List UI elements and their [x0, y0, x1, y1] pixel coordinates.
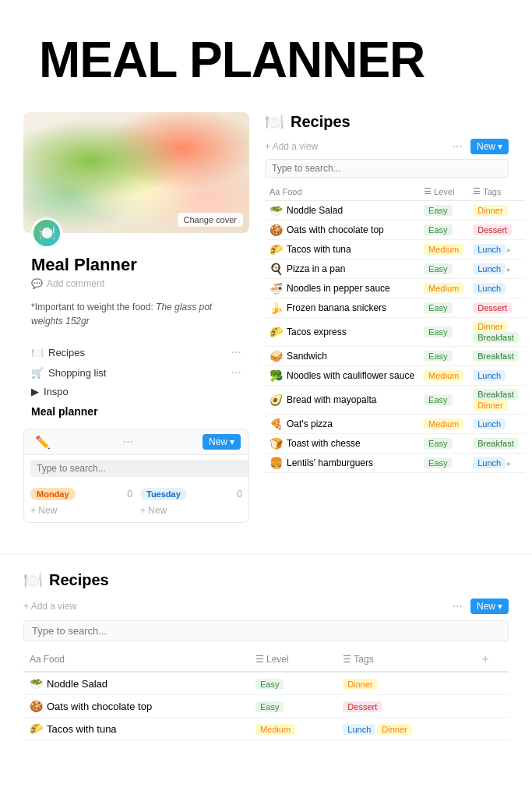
more-indicator[interactable]: ▸ [507, 245, 511, 254]
bottom-recipes-icon: 🍽️ [23, 570, 43, 589]
table-row[interactable]: 🍳 Pizza in a pan Easy Lunch▸ [265, 260, 525, 279]
food-cell: 🥗 Noddle Salad [265, 201, 419, 221]
food-emoji: 🍞 [270, 437, 283, 450]
monday-add-new[interactable]: + New [30, 505, 132, 516]
food-name: Tacos with tuna [47, 723, 117, 735]
food-cell: 🍔 Lentils' hamburguers [265, 454, 419, 473]
tags-cell: Dinner [336, 672, 475, 695]
table-row[interactable]: 🥦 Noodles with cauliflower sauce Medium … [265, 366, 525, 386]
mini-table-new-btn-group: New ▾ [203, 434, 241, 450]
bottom-recipes-new-button[interactable]: New ▾ [470, 598, 509, 614]
table-row[interactable]: 🥗 Noddle Salad Easy Dinner [23, 672, 509, 695]
cover-image: Change cover [23, 112, 249, 233]
tags-cell: BreakfastDinner [468, 386, 524, 415]
table-row[interactable]: 🥑 Bread with mayopalta Easy BreakfastDin… [265, 386, 525, 415]
food-emoji: 🌮 [30, 722, 43, 735]
food-emoji: 🥗 [30, 677, 43, 690]
food-name: Tacos express [287, 327, 347, 337]
tag-badge: Lunch [343, 724, 375, 735]
food-name: Oats with chocolate top [287, 224, 384, 235]
food-cell: 🥪 Sandwich [265, 347, 419, 366]
workspace-name: Meal Planner [23, 255, 249, 275]
table-row[interactable]: 🍪 Oats with chocolate top Easy Dessert [23, 695, 509, 718]
table-row[interactable]: 🍞 Toast with chesse Easy Breakfast [265, 434, 525, 454]
tag-badge: Breakfast [473, 438, 518, 449]
sidebar-item-shopping-list[interactable]: 🛒 Shopping list ··· [23, 362, 249, 383]
bottom-section: 🍽️ Recipes + Add a view ··· New ▾ Aa Foo… [0, 554, 532, 756]
food-name: Pizza in a pan [287, 263, 345, 274]
bottom-add-view-button[interactable]: + Add a view [23, 601, 76, 612]
more-indicator[interactable]: ▸ [507, 265, 511, 274]
recipes-search-input[interactable] [265, 159, 509, 178]
bottom-col-header-tags: ☰ Tags [336, 648, 475, 672]
tuesday-add-new[interactable]: + New [140, 505, 242, 516]
table-row[interactable]: 🍔 Lentils' hamburguers Easy Lunch▸ [265, 454, 525, 473]
food-emoji: 🍳 [270, 263, 283, 275]
recipes-new-button[interactable]: New ▾ [470, 139, 509, 154]
table-row[interactable]: 🍕 Oat's pizza Medium Lunch [265, 415, 525, 434]
add-view-button[interactable]: + Add a view [265, 141, 318, 152]
food-name: Sandwich [287, 351, 327, 362]
tags-cell: Dessert [468, 298, 524, 318]
more-indicator[interactable]: ▸ [507, 459, 511, 468]
page-note: *Important to weight the food: The glass… [23, 292, 249, 336]
mini-table-edit-icon[interactable]: ✏️ [32, 435, 54, 450]
level-cell: Medium [419, 366, 468, 386]
tags-cell: Dinner [468, 201, 524, 221]
chevron-down-icon: ▾ [230, 436, 234, 447]
mini-table-dots[interactable]: ··· [120, 435, 136, 449]
table-row[interactable]: 🍌 Frozen banana snickers Easy Dessert [265, 298, 525, 318]
tags-cell: DinnerBreakfast [468, 318, 524, 347]
tag-badge: Dessert [473, 224, 512, 235]
level-cell: Easy [419, 260, 468, 279]
shopping-nav-dots[interactable]: ··· [231, 365, 241, 380]
level-cell: Medium [419, 240, 468, 260]
sidebar-item-inspo[interactable]: ▶ Inspo [23, 383, 249, 401]
food-emoji: 🥪 [270, 350, 283, 362]
food-name: Tacos with tuna [287, 244, 351, 255]
food-name: Toast with chesse [287, 438, 361, 449]
table-row[interactable]: 🍜 Noodles in pepper sauce Medium Lunch [265, 279, 525, 298]
food-col-icon: Aa [270, 187, 280, 196]
tag-badge: Dinner [377, 724, 411, 735]
level-badge: Easy [424, 457, 452, 468]
add-column-button[interactable]: + [482, 652, 489, 666]
level-cell: Medium [419, 415, 468, 434]
table-row[interactable]: 🌮 Tacos with tuna Medium Lunch▸ [265, 240, 525, 260]
bottom-search-input[interactable] [23, 620, 509, 641]
tag-badge: Lunch [473, 370, 506, 381]
food-emoji: 🥦 [270, 369, 283, 382]
table-header-row: Aa Food ☰ Level ☰ Tags [265, 182, 525, 201]
food-cell: 🌮 Tacos express [265, 318, 419, 347]
table-row[interactable]: 🍪 Oats with chocolate top Easy Dessert [265, 221, 525, 240]
mini-search-input[interactable] [30, 460, 249, 477]
table-row[interactable]: 🥪 Sandwich Easy Breakfast [265, 347, 525, 366]
food-name: Lentils' hamburguers [287, 457, 373, 468]
food-cell: 🍜 Noodles in pepper sauce [265, 279, 419, 298]
table-row[interactable]: 🥗 Noddle Salad Easy Dinner [265, 201, 525, 221]
level-badge: Easy [424, 394, 452, 405]
toolbar-dots[interactable]: ··· [449, 139, 466, 154]
recipes-nav-dots[interactable]: ··· [231, 345, 241, 359]
bottom-toolbar-dots[interactable]: ··· [449, 599, 466, 613]
table-row[interactable]: 🌮 Tacos express Easy DinnerBreakfast [265, 318, 525, 347]
table-row[interactable]: 🌮 Tacos with tuna Medium LunchDinner [23, 718, 509, 740]
food-emoji: 🍌 [270, 302, 283, 314]
food-emoji: 🍕 [270, 418, 283, 430]
tags-cell: Lunch [468, 279, 524, 298]
left-nav: 🍽️ Recipes ··· 🛒 Shopping list ··· ▶ Ins… [23, 342, 249, 422]
bottom-col-header-food: Aa Food [23, 648, 249, 672]
tag-badge: Lunch [473, 457, 506, 468]
level-cell: Easy [419, 201, 468, 221]
tag-badge: Dinner [343, 679, 377, 690]
level-badge: Easy [424, 224, 452, 235]
mini-table-new-button[interactable]: New ▾ [203, 434, 241, 450]
monday-count: 0 [127, 489, 132, 500]
sidebar-item-recipes[interactable]: 🍽️ Recipes ··· [23, 342, 249, 362]
add-comment[interactable]: 💬 Add comment [23, 275, 249, 292]
level-badge: Medium [424, 418, 463, 429]
tags-cell: Lunch [468, 415, 524, 434]
level-badge: Medium [424, 370, 463, 381]
food-name: Noddle Salad [287, 205, 343, 216]
change-cover-button[interactable]: Change cover [178, 213, 244, 227]
